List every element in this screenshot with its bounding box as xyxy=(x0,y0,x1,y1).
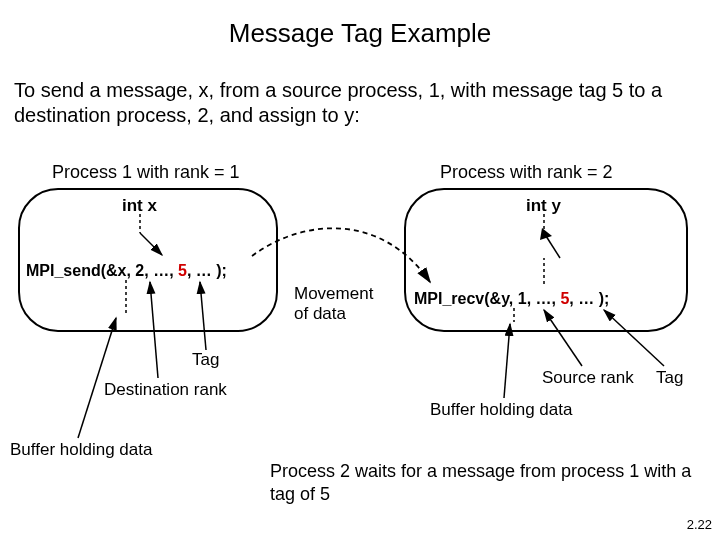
mpi-send-suffix: , … ); xyxy=(187,262,227,279)
var-x: int x xyxy=(122,196,157,216)
mpi-send-call: MPI_send(&x, 2, …, 5, … ); xyxy=(26,262,227,280)
mpi-recv-tag: 5 xyxy=(560,290,569,307)
mpi-send-prefix: MPI_send(&x, 2, …, xyxy=(26,262,178,279)
svg-line-13 xyxy=(504,324,510,398)
tag-left-label: Tag xyxy=(192,350,219,370)
process-2-label: Process with rank = 2 xyxy=(440,162,613,183)
mpi-send-tag: 5 xyxy=(178,262,187,279)
mpi-recv-prefix: MPI_recv(&y, 1, …, xyxy=(414,290,560,307)
page-title: Message Tag Example xyxy=(0,18,720,49)
var-y: int y xyxy=(526,196,561,216)
buffer-right-label: Buffer holding data xyxy=(430,400,572,420)
destination-rank-label: Destination rank xyxy=(104,380,227,400)
process-1-label: Process 1 with rank = 1 xyxy=(52,162,240,183)
mpi-recv-suffix: , … ); xyxy=(569,290,609,307)
description-text: To send a message, x, from a source proc… xyxy=(14,78,706,128)
buffer-left-label: Buffer holding data xyxy=(10,440,152,460)
footnote-text: Process 2 waits for a message from proce… xyxy=(270,460,700,505)
page-number: 2.22 xyxy=(687,517,712,532)
mpi-recv-call: MPI_recv(&y, 1, …, 5, … ); xyxy=(414,290,609,308)
svg-line-10 xyxy=(78,318,116,438)
tag-right-label: Tag xyxy=(656,368,683,388)
movement-label: Movement of data xyxy=(294,284,373,323)
source-rank-label: Source rank xyxy=(542,368,634,388)
